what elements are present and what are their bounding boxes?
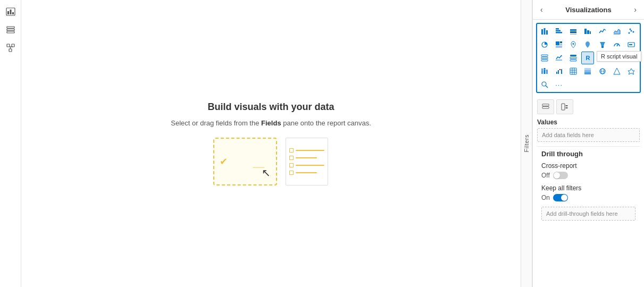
viz-icon-clustered-bar[interactable] [553, 25, 565, 38]
svg-rect-57 [546, 70, 548, 74]
viz-icon-custom-2[interactable] [625, 65, 638, 78]
svg-point-75 [542, 82, 546, 86]
svg-rect-19 [570, 31, 576, 33]
illus-checkbox-box: ✔ — ↖ [213, 138, 277, 185]
svg-point-24 [628, 32, 630, 34]
viz-icon-gauge[interactable] [610, 38, 623, 51]
viz-icon-card[interactable] [625, 38, 638, 51]
svg-rect-35 [601, 46, 604, 48]
keep-filters-toggle[interactable] [553, 194, 568, 201]
viz-icon-funnel[interactable] [596, 38, 609, 51]
cross-report-toggle[interactable] [553, 172, 568, 179]
svg-marker-73 [614, 68, 620, 74]
svg-point-25 [630, 30, 632, 32]
svg-rect-59 [558, 70, 559, 74]
fields-section: Values Add data fields here Drill throug… [533, 96, 644, 231]
svg-rect-17 [556, 28, 559, 30]
keep-filters-track[interactable] [553, 194, 568, 201]
svg-rect-58 [556, 72, 557, 74]
viz-icon-stacked-bar[interactable] [538, 25, 551, 38]
viz-icon-100pct-bar[interactable] [567, 25, 580, 38]
svg-rect-38 [629, 44, 632, 45]
viz-icon-azure-map[interactable] [596, 65, 609, 78]
svg-rect-45 [570, 57, 576, 59]
illus-checkbox [289, 171, 294, 175]
viz-icon-r-script[interactable]: R R script visual [581, 52, 594, 64]
viz-icon-treemap[interactable] [553, 38, 565, 51]
viz-icon-map[interactable] [567, 38, 580, 51]
svg-rect-16 [556, 30, 561, 32]
svg-rect-29 [556, 41, 559, 45]
svg-rect-69 [584, 72, 591, 74]
left-sidebar [0, 0, 21, 287]
illus-checkbox [289, 163, 294, 167]
viz-icon-ribbon[interactable] [538, 65, 551, 78]
svg-rect-15 [556, 32, 562, 33]
illus-list-row [289, 148, 324, 153]
svg-rect-30 [560, 41, 562, 43]
r-script-tooltip: R script visual [597, 51, 641, 62]
viz-icon-area-chart[interactable] [610, 25, 623, 38]
model-nav-icon[interactable] [3, 40, 18, 55]
cross-report-track[interactable] [553, 172, 568, 179]
svg-rect-6 [7, 31, 14, 33]
svg-point-26 [632, 31, 634, 33]
viz-icon-multirow-card[interactable] [538, 52, 551, 64]
canvas-illustration: ✔ — ↖ [213, 138, 328, 185]
cross-report-state: Off [541, 172, 550, 179]
illus-line-short [296, 172, 317, 173]
canvas-title: Build visuals with your data [207, 102, 334, 113]
viz-icon-waterfall[interactable] [553, 65, 565, 78]
viz-icon-table[interactable] [567, 65, 580, 78]
fields-view-btn-1[interactable] [537, 99, 554, 114]
canvas-subtitle: Select or drag fields from the Fields pa… [171, 119, 371, 127]
report-nav-icon[interactable] [3, 4, 18, 19]
svg-rect-21 [584, 29, 587, 34]
svg-rect-2 [10, 10, 11, 14]
viz-nav-left[interactable]: ‹ [538, 4, 545, 15]
viz-icon-kpi[interactable] [553, 52, 565, 64]
data-nav-icon[interactable] [3, 22, 18, 37]
svg-rect-12 [541, 29, 543, 35]
fields-icon-row [537, 99, 640, 114]
viz-icon-line-chart[interactable] [596, 25, 609, 38]
drill-through-section: Drill through Cross-report Off Keep all … [537, 146, 640, 228]
svg-rect-4 [7, 27, 14, 28]
svg-rect-31 [560, 44, 562, 45]
fields-view-btn-2[interactable] [556, 99, 573, 114]
svg-point-27 [629, 29, 631, 30]
check-icon: ✔ [220, 156, 228, 167]
viz-icon-empty-4 [610, 78, 623, 91]
values-drop-zone[interactable]: Add data fields here [537, 128, 640, 142]
svg-rect-40 [541, 57, 548, 59]
viz-panel-title: Visualizations [565, 6, 611, 14]
svg-rect-80 [566, 105, 568, 106]
main-canvas: Build visuals with your data Select or d… [21, 0, 521, 287]
viz-icon-q-and-a[interactable] [538, 78, 551, 91]
viz-icon-scatter[interactable] [625, 25, 638, 38]
viz-icon-grid: R R script visual Py [538, 25, 639, 91]
svg-rect-8 [12, 44, 14, 47]
viz-icon-bar-chart[interactable] [581, 25, 594, 38]
viz-icon-slicer[interactable] [567, 52, 580, 64]
svg-rect-41 [541, 60, 548, 61]
filters-label: Filters [523, 134, 530, 152]
illus-list-row [289, 156, 324, 160]
svg-rect-79 [562, 104, 565, 110]
more-dots: ··· [555, 81, 563, 89]
svg-rect-20 [570, 33, 576, 35]
keep-filters-state: On [541, 194, 550, 201]
svg-rect-32 [556, 46, 562, 48]
r-script-label: R [586, 55, 590, 61]
svg-rect-5 [7, 29, 14, 31]
viz-icon-more[interactable]: ··· [553, 78, 565, 91]
viz-icon-matrix[interactable] [581, 65, 594, 78]
viz-icon-filled-map[interactable] [581, 38, 594, 51]
svg-rect-68 [584, 70, 591, 72]
illus-list-row [289, 163, 324, 167]
drill-drop-zone[interactable]: Add drill-through fields here [541, 207, 635, 221]
viz-nav-right[interactable]: › [632, 4, 639, 15]
subtitle-bold: Fields [261, 119, 281, 127]
viz-icon-custom-1[interactable] [610, 65, 623, 78]
viz-icon-pie[interactable] [538, 38, 551, 51]
